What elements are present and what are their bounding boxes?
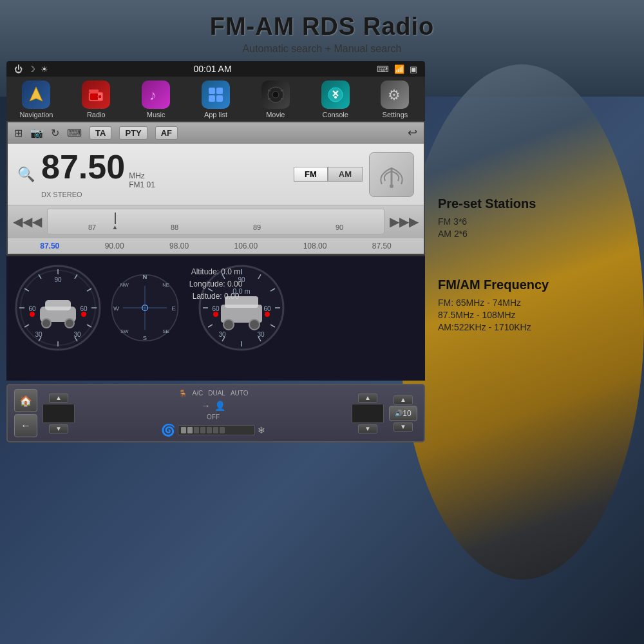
station-2[interactable]: 90.00 [105, 242, 124, 251]
sidebar-item-radio[interactable]: Radio [70, 80, 122, 118]
keyboard-icon[interactable]: ⌨ [67, 127, 82, 139]
svg-text:30: 30 [35, 331, 43, 338]
sidebar-item-navigation[interactable]: Navigation [10, 80, 62, 118]
svg-text:N: N [143, 273, 147, 280]
applist-icon [202, 80, 230, 109]
off-label: OFF [207, 413, 220, 421]
preset-stations-title: Pre-set Stations [438, 196, 625, 211]
back-nav-button[interactable]: ← [14, 414, 37, 437]
tuner-needle [115, 213, 116, 224]
brightness-icon[interactable]: ☀ [41, 64, 48, 74]
title-section: FM-AM RDS Radio Automatic search + Manua… [210, 0, 435, 61]
sidebar-item-settings[interactable]: ⚙ Settings [369, 80, 421, 118]
frequency-band: FM1 01 [129, 180, 155, 189]
ac-label: A/C [193, 390, 204, 398]
longitude-text: Longitude: 0.00 [189, 278, 243, 290]
applist-label: App list [204, 111, 227, 118]
svg-text:NE: NE [162, 282, 169, 288]
home-button[interactable]: 🏠 [14, 389, 37, 412]
camera-icon[interactable]: 📷 [30, 127, 43, 139]
tune-next-button[interactable]: ▶▶▶ [390, 214, 419, 229]
mark-89: 89 [253, 223, 261, 231]
svg-rect-12 [268, 90, 270, 91]
svg-text:30: 30 [73, 331, 81, 338]
sidebar-item-applist[interactable]: App list [190, 80, 242, 118]
status-bar: ⏻ ☽ ☀ 00:01 AM ⌨ 📶 ▣ [6, 61, 425, 77]
radio-icon [82, 80, 110, 109]
usb-icon: ⌨ [377, 64, 389, 74]
tune-prev-button[interactable]: ◀◀◀ [13, 214, 42, 229]
search-icon[interactable]: 🔍 [17, 166, 35, 183]
svg-text:30: 30 [257, 331, 265, 338]
temp-left-up[interactable]: ▲ [49, 393, 68, 402]
gauge-section: Altitude: 0.0 m Longitude: 0.00 Latitude… [6, 255, 425, 381]
sidebar-item-movie[interactable]: Movie [250, 80, 301, 118]
svg-point-42 [42, 319, 51, 328]
svg-text:NW: NW [120, 282, 129, 288]
pty-button[interactable]: PTY [119, 126, 147, 140]
svg-point-11 [272, 91, 279, 98]
sidebar-item-music[interactable]: ♪ Music [130, 80, 182, 118]
fan-seg-3 [194, 427, 199, 433]
temp-left-display [43, 404, 75, 423]
radio-toolbar: ⊞ 📷 ↻ ⌨ TA PTY AF ↩ [8, 122, 424, 144]
refresh-icon[interactable]: ↻ [51, 127, 59, 139]
fan-seg-5 [207, 427, 212, 433]
vol-up[interactable]: ▲ [393, 395, 413, 404]
svg-point-82 [265, 312, 270, 317]
antenna-icon [369, 152, 414, 197]
radio-main-display: 🔍 87.50 MHz FM1 01 DX STEREO [8, 144, 424, 205]
af-button[interactable]: AF [155, 126, 178, 140]
temp-left-down[interactable]: ▼ [49, 424, 68, 433]
compass-gauge: N E S W NE SE SW NW [106, 269, 184, 346]
station-1[interactable]: 87.50 [40, 242, 59, 251]
svg-text:W: W [113, 305, 119, 312]
sidebar-item-console[interactable]: Console [310, 80, 361, 118]
fm-freq-2: 87.5MHz - 108MHz [438, 310, 625, 320]
svg-point-44 [30, 312, 35, 317]
mark-88: 88 [171, 223, 178, 231]
dual-label: DUAL [208, 390, 225, 398]
equalizer-icon[interactable]: ⊞ [14, 127, 23, 139]
gps-info: Altitude: 0.0 m Longitude: 0.00 Latitude… [189, 266, 243, 303]
power-icon[interactable]: ⏻ [14, 64, 23, 74]
seat-icon: 👤 [214, 401, 225, 411]
vol-down[interactable]: ▼ [393, 422, 413, 431]
ta-button[interactable]: TA [90, 126, 111, 140]
temp-right-up[interactable]: ▲ [358, 393, 377, 402]
fan-seg-7 [220, 427, 225, 433]
station-6[interactable]: 87.50 [372, 242, 392, 251]
altitude-text: Altitude: 0.0 m [189, 266, 243, 278]
tuner-bar[interactable]: 87 88 89 90 [47, 209, 384, 234]
am-preset: AM 2*6 [438, 229, 625, 239]
station-3[interactable]: 98.00 [169, 242, 189, 251]
am-freq: AM:522KHz - 1710KHz [438, 322, 625, 332]
svg-text:♪: ♪ [149, 87, 156, 103]
svg-rect-9 [216, 95, 223, 102]
am-button[interactable]: AM [328, 167, 363, 182]
volume-value: 10 [402, 409, 411, 418]
settings-icon: ⚙ [381, 80, 409, 109]
fm-button[interactable]: FM [294, 167, 328, 182]
svg-text:⚙: ⚙ [388, 87, 401, 103]
station-4[interactable]: 106.00 [234, 242, 258, 251]
temp-right-down[interactable]: ▼ [358, 424, 377, 433]
fan-speed-bar [178, 425, 255, 435]
temp-right-display [352, 404, 384, 423]
console-icon [321, 80, 350, 109]
left-gauges: 90 60 60 30 30 [13, 263, 184, 374]
svg-rect-8 [209, 95, 215, 102]
svg-text:60: 60 [28, 305, 36, 312]
navigation-icon [22, 80, 50, 109]
back-button[interactable]: ↩ [408, 126, 417, 140]
fm-freq-1: FM: 65MHz - 74MHz [438, 298, 625, 308]
station-5[interactable]: 108.00 [303, 242, 327, 251]
svg-point-80 [249, 319, 260, 330]
night-icon[interactable]: ☽ [28, 64, 35, 74]
fan-seg-2 [187, 427, 193, 433]
svg-rect-14 [268, 98, 270, 100]
console-label: Console [322, 111, 348, 118]
nav-label: Navigation [19, 111, 53, 118]
movie-label: Movie [266, 111, 285, 118]
climate-labels: 🪑 A/C DUAL AUTO [178, 390, 249, 398]
